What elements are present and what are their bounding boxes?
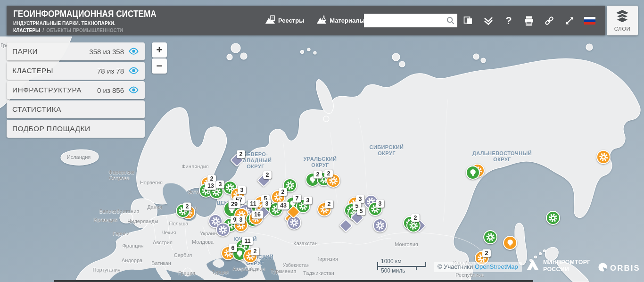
sidebar-item-label: СТАТИСТИКА — [12, 105, 139, 114]
map-attribution: © Участники OpenStreetMap — [434, 262, 522, 272]
menu-item-label: Реестры — [278, 17, 304, 24]
cluster-count-badge[interactable]: 13 — [205, 182, 217, 190]
print-icon[interactable] — [523, 15, 535, 27]
app-subtitle: ИНДУСТРИАЛЬНЫЕ ПАРКИ. ТЕХНОПАРКИ. — [13, 20, 116, 26]
sidebar-item-count: 78 из 78 — [97, 67, 124, 75]
sidebar-item-label: КЛАСТЕРЫ — [12, 66, 97, 75]
layers-icon — [615, 10, 630, 25]
sidebar-item-count: 0 из 856 — [97, 86, 124, 94]
visibility-eye-icon[interactable] — [128, 67, 139, 75]
cluster-count-badge[interactable]: 3 — [304, 197, 312, 205]
cluster-count-badge[interactable]: 11 — [248, 200, 259, 208]
app: СЕВЕРО-ЗАПАДНЫЙОКРУГУРАЛЬСКИЙОКРУГСИБИРС… — [0, 0, 644, 282]
marker-circle-green-gear[interactable] — [483, 230, 497, 244]
menu-item-материалы[interactable]: Материалы — [316, 15, 364, 26]
zoom-controls: + − — [152, 42, 167, 75]
cluster-count-badge[interactable]: 16 — [252, 211, 264, 219]
minpromtorg-label-1: МИНПРОМТОРГ — [543, 258, 591, 265]
header-menu: РеестрыМатериалы — [265, 6, 365, 35]
search-input[interactable] — [367, 14, 442, 27]
breadcrumb-separator: / — [42, 27, 44, 33]
menu-item-label: Материалы — [330, 17, 364, 24]
marker-circle-green-bulb[interactable] — [466, 166, 480, 180]
marker-circle-orange-gear[interactable] — [596, 150, 611, 164]
cluster-count-badge[interactable]: 2 — [324, 170, 333, 178]
orbis-label: ORBIS — [610, 264, 640, 273]
scale-km-label: 1000 км — [381, 258, 402, 265]
visibility-eye-icon[interactable] — [128, 48, 139, 55]
visibility-eye-icon[interactable] — [128, 86, 139, 94]
cluster-count-badge[interactable]: 2 — [251, 248, 259, 256]
zoom-out-button[interactable]: − — [152, 58, 167, 74]
language-flag-ru-icon[interactable] — [584, 15, 596, 27]
sidebar-item-парки[interactable]: ПАРКИ358 из 358 — [7, 42, 145, 60]
cluster-count-badge[interactable]: 3 — [237, 216, 245, 224]
cluster-count-badge[interactable]: 3 — [216, 181, 224, 189]
cluster-count-badge[interactable]: 2 — [411, 214, 420, 222]
cluster-count-badge[interactable]: 3 — [238, 186, 246, 194]
breadcrumb: КЛАСТЕРЫ/ОБЪЕКТЫ ПРОМЫШЛЕННОСТИ — [13, 27, 123, 33]
cluster-count-badge[interactable]: 2 — [482, 249, 491, 257]
marker-circle-slate-gear[interactable] — [216, 223, 230, 237]
cluster-count-badge[interactable]: 2 — [263, 171, 272, 179]
cluster-count-badge[interactable]: 2 — [237, 150, 245, 158]
sidebar-item-подбор-площадки[interactable]: ПОДБОР ПЛОЩАДКИ — [7, 120, 145, 138]
fullscreen-icon[interactable] — [563, 15, 576, 27]
cluster-count-badge[interactable]: 6 — [229, 244, 237, 252]
scale-line — [377, 266, 426, 267]
attribution-text: © Участники — [438, 263, 473, 270]
scale-tick — [377, 262, 378, 270]
materials-icon — [316, 15, 327, 26]
cluster-count-badge[interactable]: 29 — [229, 200, 240, 208]
scale-bar: 1000 км 500 миль — [376, 258, 429, 275]
orbis-logo: ORBIS — [598, 262, 639, 274]
layers-button-label: СЛОИ — [614, 26, 631, 32]
breadcrumb-inactive[interactable]: ОБЪЕКТЫ ПРОМЫШЛЕННОСТИ — [46, 27, 123, 33]
cluster-count-badge[interactable]: 7 — [293, 195, 301, 203]
minpromtorg-logo: МИНПРОМТОРГ РОССИИ — [526, 258, 594, 273]
menu-item-реестры[interactable]: Реестры — [265, 15, 304, 26]
sidebar-item-статистика[interactable]: СТАТИСТИКА — [7, 100, 145, 118]
sidebar-item-label: ПОДБОР ПЛОЩАДКИ — [12, 124, 139, 133]
cluster-count-badge[interactable]: 11 — [242, 237, 253, 245]
zoom-in-button[interactable]: + — [152, 42, 167, 58]
orbis-icon — [598, 262, 608, 274]
sidebar-item-инфраструктура[interactable]: ИНФРАСТРУКТУРА0 из 856 — [7, 81, 145, 99]
cluster-count-badge[interactable]: 2 — [183, 203, 191, 211]
sidebar-item-label: ИНФРАСТРУКТУРА — [12, 86, 97, 94]
layers-button[interactable]: СЛОИ — [607, 6, 638, 35]
cluster-count-badge[interactable]: 2 — [279, 188, 287, 196]
scale-miles-label: 500 миль — [381, 267, 405, 274]
cluster-count-badge[interactable]: 43 — [278, 202, 289, 210]
sidebar-item-count: 358 из 358 — [89, 48, 124, 56]
help-icon[interactable]: ? — [503, 15, 515, 27]
bottom-strip — [54, 280, 533, 282]
cluster-count-badge[interactable]: 2 — [325, 200, 333, 208]
cluster-count-badge[interactable]: 5 — [357, 207, 365, 216]
multi-select-icon[interactable] — [482, 15, 495, 27]
marker-circle-orange-bulb[interactable] — [503, 236, 517, 250]
minpromtorg-label-2: РОССИИ — [543, 265, 591, 273]
cluster-count-badge[interactable]: 3 — [263, 200, 271, 208]
registry-icon — [265, 15, 275, 26]
sidebar: ПАРКИ358 из 358КЛАСТЕРЫ78 из 78ИНФРАСТРУ… — [7, 42, 145, 139]
share-link-icon[interactable] — [543, 15, 555, 27]
app-title: ГЕОИНФОРМАЦИОННАЯ СИСТЕМА — [13, 8, 157, 19]
marker-circle-slate-gear[interactable] — [373, 218, 387, 232]
search-box — [364, 14, 457, 27]
minpromtorg-icon — [526, 258, 539, 273]
breadcrumb-active[interactable]: КЛАСТЕРЫ — [13, 27, 40, 33]
sidebar-item-кластеры[interactable]: КЛАСТЕРЫ78 из 78 — [7, 62, 145, 80]
compare-windows-icon[interactable] — [462, 15, 474, 27]
scale-tick — [425, 262, 426, 267]
cluster-count-badge[interactable]: 2 — [314, 171, 322, 179]
sidebar-item-label: ПАРКИ — [12, 47, 89, 56]
search-icon[interactable] — [446, 16, 455, 25]
osm-link[interactable]: OpenStreetMap — [475, 263, 518, 270]
header-tools: ? — [462, 6, 596, 35]
header: ГЕОИНФОРМАЦИОННАЯ СИСТЕМА ИНДУСТРИАЛЬНЫЕ… — [7, 6, 605, 35]
scale-tick — [416, 266, 417, 270]
cluster-count-badge[interactable]: 3 — [376, 200, 384, 208]
marker-circle-green-gear[interactable] — [546, 211, 560, 225]
